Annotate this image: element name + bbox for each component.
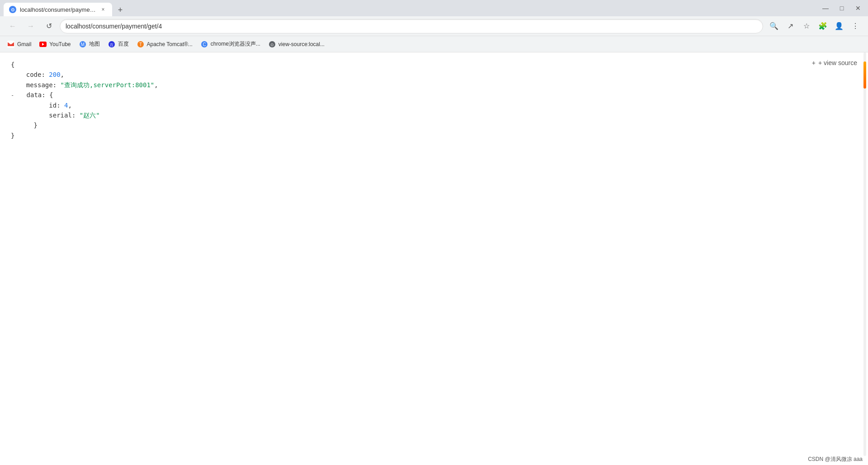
- new-tab-button[interactable]: +: [114, 4, 127, 16]
- bookmark-maps[interactable]: M 地图: [75, 38, 104, 50]
- tab-area: ⊙ localhost/consumer/payment/ × +: [4, 0, 817, 16]
- search-icon[interactable]: 🔍: [767, 19, 781, 33]
- tomcat-label: Apache Tomcat®...: [147, 41, 193, 47]
- svg-text:⊙: ⊙: [270, 42, 274, 47]
- bookmark-youtube[interactable]: YouTube: [36, 39, 74, 50]
- scrollbar-track: [863, 52, 866, 456]
- close-window-button[interactable]: ✕: [852, 2, 864, 14]
- scrollbar-thumb[interactable]: [863, 61, 866, 89]
- json-content: + + view source { code: 200, message: "查…: [0, 52, 868, 148]
- gmail-label: Gmail: [17, 41, 31, 47]
- gmail-favicon: [7, 41, 14, 48]
- view-source-button[interactable]: + + view source: [812, 58, 857, 68]
- url-bar[interactable]: localhost/consumer/payment/get/4: [60, 19, 763, 33]
- menu-icon[interactable]: ⋮: [848, 19, 863, 33]
- tab-favicon: ⊙: [9, 6, 16, 13]
- window-controls: — □ ✕: [819, 2, 864, 14]
- json-id-line: id: 4,: [11, 100, 857, 110]
- youtube-favicon: [39, 41, 47, 48]
- svg-text:C: C: [203, 42, 206, 47]
- share-icon[interactable]: ↗: [783, 19, 797, 33]
- json-open-brace: {: [11, 60, 857, 70]
- address-icons: 🔍 ↗ ☆ 🧩 👤 ⋮: [767, 19, 863, 33]
- json-message-line: message: "查询成功,serverPort:8001",: [11, 80, 857, 90]
- view-source-plus: +: [812, 58, 816, 68]
- bottom-bar-text: CSDN @清风微凉 aaa: [808, 456, 863, 462]
- title-bar: ⊙ localhost/consumer/payment/ × + — □ ✕: [0, 0, 868, 16]
- chrome-sound-label: chrome浏览器没声...: [211, 40, 260, 48]
- maps-favicon: M: [79, 41, 86, 48]
- baidu-favicon: 百: [108, 41, 115, 48]
- json-serial-line: serial: "赵六": [11, 110, 857, 120]
- extension-icon[interactable]: 🧩: [816, 19, 830, 33]
- json-code-line: code: 200,: [11, 70, 857, 80]
- bookmarks-bar: Gmail YouTube M 地图 百 百度: [0, 36, 868, 52]
- tomcat-favicon: T: [137, 41, 144, 48]
- view-source-label: view-source:local...: [278, 41, 325, 47]
- bookmark-baidu[interactable]: 百 百度: [104, 38, 132, 50]
- json-close-brace: }: [11, 131, 857, 141]
- tab-title: localhost/consumer/payment/: [20, 6, 96, 13]
- bookmark-view-source[interactable]: ⊙ view-source:local...: [265, 39, 328, 50]
- forward-button[interactable]: →: [24, 19, 38, 33]
- maximize-button[interactable]: □: [835, 2, 848, 14]
- scrollbar-area: [862, 52, 868, 456]
- view-source-favicon: ⊙: [269, 41, 276, 48]
- maps-label: 地图: [89, 40, 100, 48]
- minimize-button[interactable]: —: [819, 2, 832, 14]
- bookmark-tomcat[interactable]: T Apache Tomcat®...: [133, 39, 196, 50]
- view-source-text: + view source: [818, 58, 857, 68]
- svg-text:M: M: [80, 42, 84, 47]
- bookmark-gmail[interactable]: Gmail: [4, 39, 35, 50]
- json-data-line: - data: {: [11, 90, 857, 100]
- bottom-bar: CSDN @清风微凉 aaa: [802, 454, 868, 465]
- svg-text:百: 百: [110, 43, 113, 47]
- account-icon[interactable]: 👤: [832, 19, 846, 33]
- active-tab[interactable]: ⊙ localhost/consumer/payment/ ×: [4, 3, 112, 16]
- bookmark-star-icon[interactable]: ☆: [799, 19, 814, 33]
- address-bar: ← → ↺ localhost/consumer/payment/get/4 🔍…: [0, 16, 868, 36]
- back-button[interactable]: ←: [5, 19, 20, 33]
- youtube-label: YouTube: [49, 41, 71, 47]
- url-text: localhost/consumer/payment/get/4: [66, 23, 757, 30]
- bookmark-chrome-sound[interactable]: C chrome浏览器没声...: [197, 38, 264, 50]
- svg-text:T: T: [139, 42, 142, 47]
- json-data-close: }: [11, 120, 857, 130]
- baidu-label: 百度: [118, 40, 129, 48]
- chrome-sound-favicon: C: [201, 41, 208, 48]
- reload-button[interactable]: ↺: [42, 19, 56, 33]
- tab-close-button[interactable]: ×: [99, 6, 107, 13]
